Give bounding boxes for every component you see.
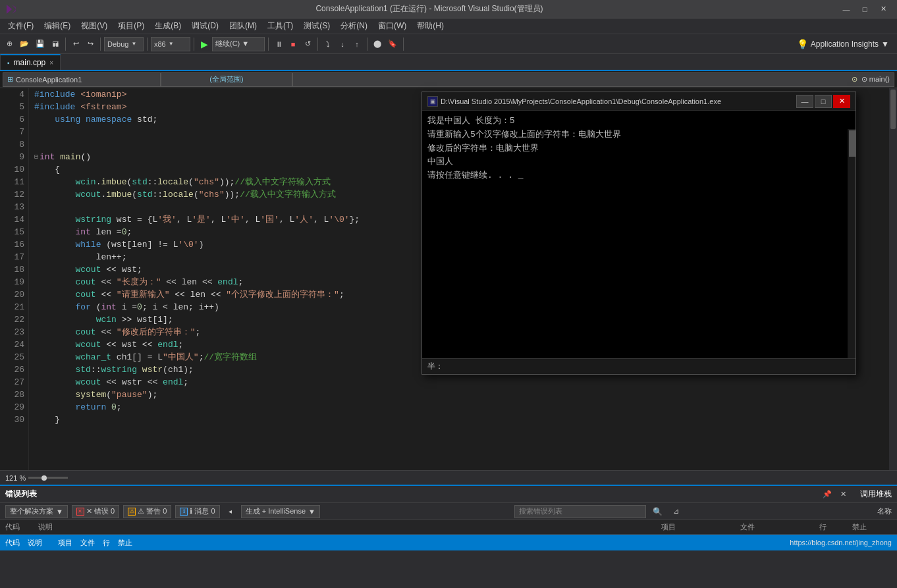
code-line-30: } bbox=[34, 414, 884, 426]
build-select-dropdown[interactable]: 生成 + IntelliSense ▼ bbox=[241, 505, 320, 518]
menu-analyze[interactable]: 分析(N) bbox=[335, 18, 373, 34]
filter-errors-btn[interactable]: ✕ ✕ 错误 0 bbox=[72, 505, 119, 518]
status-right: https://blog.csdn.net/jing_zhong bbox=[790, 539, 892, 547]
search-icon-btn[interactable]: 🔍 bbox=[650, 504, 665, 520]
toolbar-sep-8 bbox=[403, 38, 404, 51]
nav-function-display[interactable]: ⊙ ⊙ main() bbox=[292, 72, 894, 87]
nav-project-dropdown[interactable]: ⊞ ConsoleApplication1 bbox=[3, 72, 161, 87]
new-project-btn[interactable]: ⊕ bbox=[3, 36, 16, 52]
col-suppress-header: 禁止 bbox=[852, 522, 892, 532]
solution-dropdown[interactable]: 整个解决方案 ▼ bbox=[5, 505, 68, 518]
console-line-5: 请按任意键继续. . . _ bbox=[427, 169, 850, 183]
menu-team[interactable]: 团队(M) bbox=[224, 18, 262, 34]
error-panel-pin-btn[interactable]: 📌 bbox=[821, 489, 834, 500]
breakpoint-btn[interactable]: ⬤ bbox=[371, 36, 384, 52]
step-into-btn[interactable]: ↓ bbox=[336, 36, 349, 52]
toolbar: ⊕ 📂 💾 🖬 ↩ ↪ Debug ▼ x86 ▼ ▶ 继续(C) ▼ ⏸ ■ … bbox=[0, 34, 897, 54]
tab-label: main.cpp bbox=[14, 58, 46, 67]
zoom-slider[interactable] bbox=[28, 477, 68, 479]
console-close-btn[interactable]: ✕ bbox=[833, 95, 850, 108]
console-title: D:\Visual Studio 2015\MyProjects\Console… bbox=[441, 97, 794, 105]
menu-test[interactable]: 测试(S) bbox=[298, 18, 335, 34]
toolbar-sep-7 bbox=[367, 38, 367, 51]
toolbar-sep-5 bbox=[268, 38, 269, 51]
editor-scrollbar[interactable] bbox=[889, 88, 897, 470]
console-window: ▣ D:\Visual Studio 2015\MyProjects\Conso… bbox=[421, 92, 856, 375]
call-stack-label: 调用堆栈 bbox=[860, 489, 892, 500]
restart-btn[interactable]: ↺ bbox=[301, 36, 314, 52]
nav-scope-display[interactable]: (全局范围) bbox=[161, 72, 292, 87]
menu-view[interactable]: 视图(V) bbox=[76, 18, 113, 34]
code-line-27: wcout << wstr << endl; bbox=[34, 376, 884, 388]
filter-icon-btn[interactable]: ⊿ bbox=[669, 504, 682, 520]
filter-toggle-btn[interactable]: ◂ bbox=[224, 505, 237, 518]
menu-build[interactable]: 生成(B) bbox=[150, 18, 186, 34]
toolbar-sep-1 bbox=[65, 38, 66, 51]
minimize-button[interactable]: — bbox=[838, 3, 855, 16]
filter-warnings-btn[interactable]: ⚠ ⚠ 警告 0 bbox=[123, 505, 171, 518]
menu-project[interactable]: 项目(P) bbox=[113, 18, 150, 34]
menu-bar: 文件(F) 编辑(E) 视图(V) 项目(P) 生成(B) 调试(D) 团队(M… bbox=[0, 18, 897, 34]
redo-btn[interactable]: ↪ bbox=[84, 36, 97, 52]
error-columns: 代码 说明 项目 文件 行 禁止 bbox=[0, 520, 897, 535]
undo-btn[interactable]: ↩ bbox=[69, 36, 82, 52]
stop-btn[interactable]: ■ bbox=[286, 36, 300, 52]
status-code-label: 代码 bbox=[5, 538, 20, 548]
menu-help[interactable]: 帮助(H) bbox=[412, 18, 449, 34]
continue-dropdown[interactable]: 继续(C) ▼ bbox=[212, 37, 265, 51]
scrollbar-thumb[interactable] bbox=[890, 90, 896, 129]
status-file-label: 文件 bbox=[80, 538, 95, 548]
svg-marker-0 bbox=[7, 5, 12, 14]
app-insights-button[interactable]: 💡 Application Insights ▼ bbox=[792, 38, 894, 51]
col-code-header: 代码 bbox=[5, 522, 38, 532]
step-over-btn[interactable]: ⤵ bbox=[321, 36, 335, 52]
tab-close-btn[interactable]: × bbox=[49, 59, 53, 67]
save-all-btn[interactable]: 🖬 bbox=[49, 36, 62, 52]
console-maximize-btn[interactable]: □ bbox=[815, 95, 832, 108]
toolbar-sep-2 bbox=[100, 38, 101, 51]
zoom-bar: 121 % bbox=[0, 470, 897, 485]
status-url: https://blog.csdn.net/jing_zhong bbox=[790, 539, 892, 547]
vs-logo-icon bbox=[5, 3, 17, 15]
zoom-slider-thumb[interactable] bbox=[41, 475, 47, 481]
editor-area: 4 5 6 7 8 9 10 11 12 13 14 15 16 17 18 1… bbox=[0, 88, 897, 470]
search-errors-input[interactable]: 搜索错误列表 bbox=[514, 505, 646, 518]
save-btn[interactable]: 💾 bbox=[33, 36, 47, 52]
info-icon: ℹ bbox=[180, 508, 188, 516]
tab-main-cpp[interactable]: ▪ main.cpp × bbox=[0, 54, 61, 70]
open-btn[interactable]: 📂 bbox=[17, 36, 32, 52]
menu-file[interactable]: 文件(F) bbox=[3, 18, 39, 34]
col-desc-header: 说明 bbox=[38, 522, 661, 532]
bookmark-btn[interactable]: 🔖 bbox=[385, 36, 400, 52]
console-scrollbar-thumb[interactable] bbox=[849, 130, 856, 157]
window-controls: — □ ✕ bbox=[838, 3, 892, 16]
status-project-label: 项目 bbox=[58, 538, 72, 548]
toolbar-sep-6 bbox=[317, 38, 318, 51]
filter-messages-btn[interactable]: ℹ ℹ 消息 0 bbox=[175, 505, 219, 518]
status-bar: 代码 说明 项目 文件 行 禁止 https://blog.csdn.net/j… bbox=[0, 535, 897, 550]
platform-dropdown[interactable]: x86 ▼ bbox=[151, 37, 190, 51]
col-line-header: 行 bbox=[819, 522, 852, 532]
call-stack-name: 名称 bbox=[877, 506, 892, 516]
menu-debug[interactable]: 调试(D) bbox=[186, 18, 224, 34]
menu-window[interactable]: 窗口(W) bbox=[373, 18, 412, 34]
console-minimize-btn[interactable]: — bbox=[796, 95, 813, 108]
error-panel-title: 错误列表 bbox=[5, 489, 37, 500]
console-win-controls: — □ ✕ bbox=[796, 95, 850, 108]
console-line-2: 请重新输入5个汉字修改上面的字符串：电脑大世界 bbox=[427, 128, 850, 142]
console-scrollbar[interactable] bbox=[848, 129, 856, 358]
menu-edit[interactable]: 编辑(E) bbox=[39, 18, 76, 34]
debug-mode-dropdown[interactable]: Debug ▼ bbox=[104, 37, 144, 51]
start-debug-btn[interactable]: ▶ bbox=[198, 36, 211, 52]
zoom-level: 121 % bbox=[5, 474, 26, 482]
pause-btn[interactable]: ⏸ bbox=[272, 36, 285, 52]
maximize-button[interactable]: □ bbox=[856, 3, 873, 16]
nav-bar: ⊞ ConsoleApplication1 (全局范围) ⊙ ⊙ main() bbox=[0, 71, 897, 88]
console-line-3: 修改后的字符串：电脑大世界 bbox=[427, 142, 850, 156]
step-out-btn[interactable]: ↑ bbox=[350, 36, 364, 52]
console-titlebar: ▣ D:\Visual Studio 2015\MyProjects\Conso… bbox=[422, 92, 856, 111]
menu-tools[interactable]: 工具(T) bbox=[262, 18, 298, 34]
close-button[interactable]: ✕ bbox=[875, 3, 892, 16]
line-numbers: 4 5 6 7 8 9 10 11 12 13 14 15 16 17 18 1… bbox=[0, 88, 29, 470]
error-panel-close-btn[interactable]: ✕ bbox=[836, 489, 850, 500]
